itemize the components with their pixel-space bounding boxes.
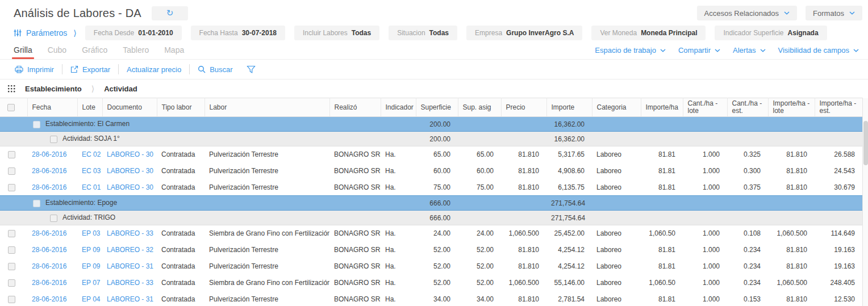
column-header-labor[interactable]: Labor — [205, 98, 329, 117]
cell-lote[interactable]: EC 01 — [77, 179, 102, 196]
header-select-all-cell[interactable] — [0, 98, 27, 117]
row-checkbox[interactable] — [8, 167, 15, 175]
row-check-cell — [0, 258, 27, 275]
group-checkbox[interactable] — [33, 200, 40, 207]
link-visibilidad-de-campos[interactable]: Visibilidad de campos — [778, 46, 859, 55]
row-checkbox[interactable] — [8, 296, 15, 303]
header-action-formatos[interactable]: Formatos — [806, 6, 862, 20]
column-header-realizo[interactable]: Realizó — [329, 98, 381, 117]
tab-tablero[interactable]: Tablero — [123, 45, 149, 59]
row-checkbox[interactable] — [8, 246, 15, 254]
tab-cubo[interactable]: Cubo — [48, 45, 66, 59]
tab-grilla[interactable]: Grilla — [14, 45, 32, 59]
grouping-field-actividad[interactable]: Actividad — [104, 85, 137, 93]
cell-documento[interactable]: LABOREO - 33 — [102, 275, 157, 291]
cell-lote[interactable]: EC 03 — [77, 163, 102, 179]
grouping-field-establecimiento[interactable]: Establecimiento — [25, 85, 82, 93]
param-chip-situacion[interactable]: SituacionTodas — [389, 26, 457, 40]
parameters-toggle[interactable]: Parámetros ⟩ — [14, 28, 77, 37]
cell-importe: 6,135.75 — [546, 179, 592, 196]
cell-fecha[interactable]: 28-06-2016 — [27, 163, 77, 179]
group-checkbox[interactable] — [50, 136, 57, 143]
cell-documento[interactable]: LABOREO - 32 — [102, 242, 157, 258]
column-header-importe[interactable]: Importe — [546, 98, 592, 117]
cell-labor: Pulverización Terrestre — [205, 146, 329, 163]
column-header-fecha[interactable]: Fecha — [27, 98, 77, 117]
cell-lote[interactable]: EP 04 — [77, 291, 102, 306]
cell-fecha[interactable]: 28-06-2016 — [27, 179, 77, 196]
toolbar-imprimir[interactable]: Imprimir — [7, 65, 62, 74]
toolbar-actualizar-precio[interactable]: Actualizar precio — [119, 65, 189, 74]
row-checkbox[interactable] — [8, 279, 15, 287]
cell-fecha[interactable]: 28-06-2016 — [27, 225, 77, 242]
row-checkbox[interactable] — [8, 151, 15, 158]
row-check-cell — [0, 242, 27, 258]
param-chip-empresa[interactable]: EmpresaGrupo InverAgro S.A — [466, 26, 582, 40]
grid-icon[interactable] — [8, 85, 15, 93]
column-header-sup_asig[interactable]: Sup. asig — [458, 98, 501, 117]
param-chip-label: Empresa — [475, 29, 502, 37]
refresh-button[interactable]: ↻ — [152, 6, 188, 20]
tab-mapa[interactable]: Mapa — [164, 45, 184, 59]
vertical-scrollbar[interactable] — [862, 98, 868, 306]
tab-grafico[interactable]: Gráfico — [82, 45, 107, 59]
link-espacio-de-trabajo[interactable]: Espacio de trabajo — [595, 46, 666, 55]
column-header-categoria[interactable]: Categoria — [592, 98, 641, 117]
toolbar-buscar[interactable]: Buscar — [190, 65, 240, 74]
column-header-tipo_labor[interactable]: Tipo labor — [157, 98, 205, 117]
row-checkbox[interactable] — [8, 184, 15, 191]
cell-documento[interactable]: LABOREO - 30 — [102, 163, 157, 179]
link-compartir[interactable]: Compartir — [678, 46, 720, 55]
column-header-indicador[interactable]: Indicador — [381, 98, 416, 117]
cell-lote[interactable]: EP 07 — [77, 275, 102, 291]
cell-fecha[interactable]: 28-06-2016 — [27, 258, 77, 275]
cell-documento[interactable]: LABOREO - 31 — [102, 258, 157, 275]
filter-icon[interactable] — [241, 65, 261, 74]
cell-realizo: BONAGRO SRL — [329, 258, 381, 275]
cell-tipo_labor: Contratada — [157, 258, 205, 275]
scrollbar-thumb[interactable] — [863, 121, 868, 165]
cell-categoria: Laboreo — [592, 225, 641, 242]
column-header-superficie[interactable]: Superficie — [416, 98, 458, 117]
header-action-accesos-relacionados[interactable]: Accesos Relacionados — [697, 6, 798, 20]
column-header-importe_ha[interactable]: Importe/ha — [641, 98, 683, 117]
group-label: Establecimiento: Epoge — [45, 199, 117, 207]
cell-cant_ha_lote: 1.000 — [683, 258, 727, 275]
column-header-lote[interactable]: Lote — [77, 98, 102, 117]
cell-categoria: Laboreo — [592, 242, 641, 258]
cell-lote[interactable]: EP 03 — [77, 225, 102, 242]
param-chip-fecha-desde[interactable]: Fecha Desde01-01-2010 — [85, 26, 182, 40]
row-checkbox[interactable] — [8, 263, 15, 270]
cell-lote[interactable]: EP 09 — [77, 258, 102, 275]
cell-lote[interactable]: EC 02 — [77, 146, 102, 163]
param-chip-ver-moneda[interactable]: Ver MonedaMoneda Principal — [591, 26, 706, 40]
column-header-importe_ha_lote[interactable]: Importe/ha - lote — [768, 98, 815, 117]
group-checkbox[interactable] — [33, 121, 40, 128]
cell-lote[interactable]: EP 09 — [77, 242, 102, 258]
column-header-cant_ha_lote[interactable]: Cant./ha - lote — [683, 98, 727, 117]
cell-fecha[interactable]: 28-06-2016 — [27, 291, 77, 306]
cell-fecha[interactable]: 28-06-2016 — [27, 275, 77, 291]
column-header-precio[interactable]: Precio — [501, 98, 546, 117]
cell-fecha[interactable]: 28-06-2016 — [27, 146, 77, 163]
cell-documento[interactable]: LABOREO - 30 — [102, 179, 157, 196]
cell-fecha[interactable]: 28-06-2016 — [27, 242, 77, 258]
row-checkbox[interactable] — [8, 230, 15, 237]
param-chip-indicador-superficie[interactable]: Indicador SuperficieAsignada — [715, 26, 827, 40]
actividad-group-row: Actividad: TRIGO666.00271,754.64 — [0, 211, 862, 225]
param-chip-fecha-hasta[interactable]: Fecha Hasta30-07-2018 — [191, 26, 285, 40]
cell-documento[interactable]: LABOREO - 30 — [102, 146, 157, 163]
group-checkbox[interactable] — [50, 215, 57, 222]
column-header-cant_ha_est[interactable]: Cant./ha - est. — [727, 98, 768, 117]
select-all-checkbox[interactable] — [7, 104, 15, 111]
column-header-importe_ha_est[interactable]: Importe/ha - est. — [815, 98, 862, 117]
param-chip-incluir-labores[interactable]: Incluir LaboresTodas — [294, 26, 379, 40]
param-chip-value: Todas — [352, 29, 371, 37]
column-header-documento[interactable]: Documento — [102, 98, 157, 117]
chevron-down-icon — [849, 11, 855, 15]
link-alertas[interactable]: Alertas — [733, 46, 765, 55]
toolbar-exportar[interactable]: Exportar — [62, 65, 118, 74]
cell-documento[interactable]: LABOREO - 33 — [102, 225, 157, 242]
cell-documento[interactable]: LABOREO - 31 — [102, 291, 157, 306]
cell-tipo_labor: Contratada — [157, 179, 205, 196]
